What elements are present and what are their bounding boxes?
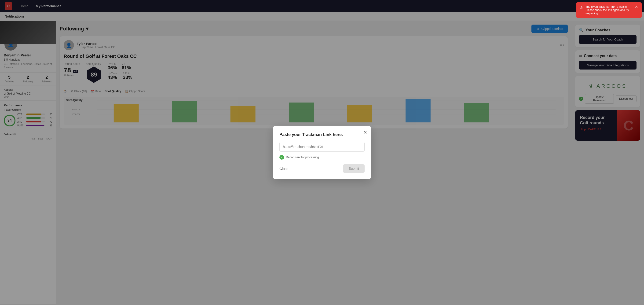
- modal-title: Paste your Trackman Link here.: [280, 132, 364, 137]
- success-check-icon: ✓: [280, 155, 284, 160]
- modal-overlay: Paste your Trackman Link here. ✕ ✓ Repor…: [0, 0, 644, 305]
- success-text: Report sent for processing: [286, 156, 319, 159]
- modal-success-message: ✓ Report sent for processing: [280, 155, 364, 160]
- modal-actions: Close Submit: [280, 164, 364, 173]
- error-toast: ⚠ The given trackman link is invalid. Pl…: [576, 2, 642, 18]
- toast-warning-icon: ⚠: [580, 6, 583, 10]
- modal-close-button[interactable]: Close: [280, 167, 288, 171]
- toast-message: The given trackman link is invalid. Plea…: [586, 5, 632, 15]
- modal-submit-button[interactable]: Submit: [343, 164, 364, 173]
- toast-close-button[interactable]: ✕: [635, 5, 638, 9]
- modal-close-x-button[interactable]: ✕: [364, 130, 368, 135]
- trackman-link-input[interactable]: [280, 142, 364, 152]
- trackman-modal: Paste your Trackman Link here. ✕ ✓ Repor…: [273, 126, 371, 179]
